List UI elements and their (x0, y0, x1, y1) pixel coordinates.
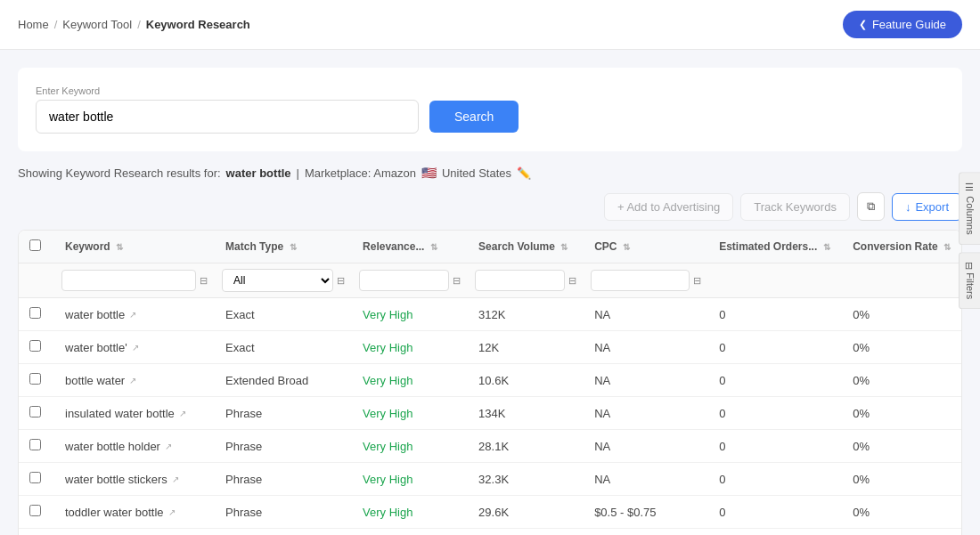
external-link-icon-6: ↗ (168, 507, 176, 517)
external-link-icon-2: ↗ (129, 376, 136, 385)
table-wrapper: Keyword ⇅ Match Type ⇅ Relevance... ⇅ Se… (18, 230, 962, 535)
row-orders-6: 0 (708, 496, 842, 529)
row-orders-1: 0 (708, 331, 842, 364)
feature-guide-button[interactable]: ❮ Feature Guide (843, 11, 962, 38)
search-input[interactable] (36, 100, 419, 134)
results-marketplace: Marketplace: Amazon (305, 166, 416, 180)
breadcrumb-sep-2: / (137, 18, 141, 31)
row-checkbox-cell-2[interactable] (19, 364, 54, 397)
row-checkbox-4[interactable] (29, 439, 41, 450)
keyword-link-2[interactable]: bottle water ↗ (65, 374, 204, 387)
col-keyword-header[interactable]: Keyword ⇅ (54, 231, 215, 263)
row-volume-0: 312K (468, 298, 584, 331)
copy-button[interactable]: ⧉ (857, 192, 885, 221)
row-relevance-2: Very High (352, 364, 468, 397)
row-keyword-6: toddler water bottle ↗ (54, 496, 215, 529)
table-row: bottle water ↗ Extended Broad Very High … (19, 364, 961, 397)
col-orders-header[interactable]: Estimated Orders... ⇅ (708, 231, 842, 263)
orders-sort-icon: ⇅ (823, 242, 830, 252)
search-label: Enter Keyword (36, 85, 944, 96)
volume-filter-input[interactable] (475, 270, 565, 291)
row-relevance-0: Very High (352, 298, 468, 331)
row-checkbox-0[interactable] (29, 307, 41, 319)
select-all-checkbox[interactable] (29, 239, 41, 251)
row-checkbox-6[interactable] (29, 505, 41, 516)
row-match-6: Phrase (215, 496, 352, 529)
table-row: water bottle stickers ↗ Phrase Very High… (19, 463, 961, 496)
filters-tab[interactable]: ⊟ Filters (959, 252, 980, 309)
breadcrumb-home[interactable]: Home (18, 18, 49, 31)
export-button[interactable]: ↓ Export (892, 193, 962, 221)
row-volume-3: 134K (468, 397, 584, 430)
search-button[interactable]: Search (429, 101, 519, 133)
keyword-link-4[interactable]: water bottle holder ↗ (65, 440, 204, 453)
col-match-header[interactable]: Match Type ⇅ (215, 231, 352, 263)
row-keyword-2: bottle water ↗ (54, 364, 215, 397)
external-link-icon-3: ↗ (179, 409, 186, 418)
row-cpc-6: $0.5 - $0.75 (584, 496, 708, 529)
columns-tab[interactable]: ☰ Columns (959, 173, 980, 245)
chevron-left-icon: ❮ (859, 19, 867, 30)
search-section: Enter Keyword Search (18, 68, 962, 151)
export-label: Export (915, 200, 949, 214)
results-prefix: Showing Keyword Research results for: (18, 166, 221, 180)
row-cpc-1: NA (584, 331, 708, 364)
columns-icon: ☰ (964, 182, 976, 194)
row-conversion-2: 0% (842, 364, 961, 397)
keyword-filter-icon[interactable]: ⊟ (200, 275, 208, 287)
breadcrumb: Home / Keyword Tool / Keyword Research (18, 18, 250, 31)
row-keyword-1: water bottle' ↗ (54, 331, 215, 364)
keyword-link-1[interactable]: water bottle' ↗ (65, 341, 204, 354)
feature-guide-label: Feature Guide (872, 18, 946, 31)
row-match-5: Phrase (215, 463, 352, 496)
keyword-link-5[interactable]: water bottle stickers ↗ (65, 473, 204, 486)
keyword-sort-icon: ⇅ (116, 242, 123, 252)
relevance-sort-icon: ⇅ (430, 242, 437, 252)
add-to-advertising-button[interactable]: + Add to Advertising (604, 193, 733, 221)
row-checkbox-2[interactable] (29, 373, 41, 385)
table-row: water bottle ↗ Exact Very High 312K NA 0… (19, 298, 961, 331)
keyword-link-3[interactable]: insulated water bottle ↗ (65, 407, 204, 420)
cpc-sort-icon: ⇅ (623, 242, 630, 252)
row-checkbox-cell-0[interactable] (19, 298, 54, 331)
row-conversion-0: 0% (842, 298, 961, 331)
conversion-sort-icon: ⇅ (943, 242, 951, 252)
row-cpc-2: NA (584, 364, 708, 397)
row-checkbox-cell-5[interactable] (19, 463, 54, 496)
col-volume-header[interactable]: Search Volume ⇅ (468, 231, 584, 263)
row-checkbox-cell-3[interactable] (19, 397, 54, 430)
relevance-filter-icon[interactable]: ⊟ (453, 275, 461, 287)
col-relevance-header[interactable]: Relevance... ⇅ (352, 231, 468, 263)
relevance-filter-input[interactable] (359, 270, 449, 291)
table-row: insulated water bottle ↗ Phrase Very Hig… (19, 397, 961, 430)
track-keywords-button[interactable]: Track Keywords (740, 193, 850, 221)
volume-filter-icon[interactable]: ⊟ (568, 275, 576, 287)
row-cpc-7: $0.5 - $0.75 (584, 529, 708, 536)
row-cpc-0: NA (584, 298, 708, 331)
select-all-header[interactable] (19, 231, 54, 263)
external-link-icon-1: ↗ (132, 343, 139, 353)
row-relevance-5: Very High (352, 463, 468, 496)
row-checkbox-cell-6[interactable] (19, 496, 54, 529)
row-checkbox-cell-7[interactable] (19, 529, 54, 536)
cpc-filter-input[interactable] (591, 270, 690, 291)
match-type-filter[interactable]: All Exact Phrase Extended Broad (222, 269, 333, 292)
row-orders-4: 0 (708, 430, 842, 463)
edit-icon[interactable]: ✏️ (517, 166, 531, 180)
keyword-link-6[interactable]: toddler water bottle ↗ (65, 506, 204, 519)
keyword-filter-input[interactable] (61, 270, 196, 291)
keyword-link-0[interactable]: water bottle ↗ (65, 308, 204, 321)
row-volume-4: 28.1K (468, 430, 584, 463)
row-checkbox-3[interactable] (29, 406, 41, 417)
row-checkbox-cell-1[interactable] (19, 331, 54, 364)
row-checkbox-1[interactable] (29, 340, 41, 352)
row-cpc-5: NA (584, 463, 708, 496)
col-cpc-header[interactable]: CPC ⇅ (584, 231, 708, 263)
breadcrumb-keyword-tool[interactable]: Keyword Tool (62, 18, 132, 31)
row-conversion-7: 0% (842, 529, 961, 536)
match-filter-icon[interactable]: ⊟ (337, 275, 345, 287)
row-checkbox-cell-4[interactable] (19, 430, 54, 463)
cpc-filter-icon[interactable]: ⊟ (693, 275, 701, 287)
row-checkbox-5[interactable] (29, 472, 41, 483)
col-conversion-header[interactable]: Conversion Rate ⇅ (842, 231, 961, 263)
